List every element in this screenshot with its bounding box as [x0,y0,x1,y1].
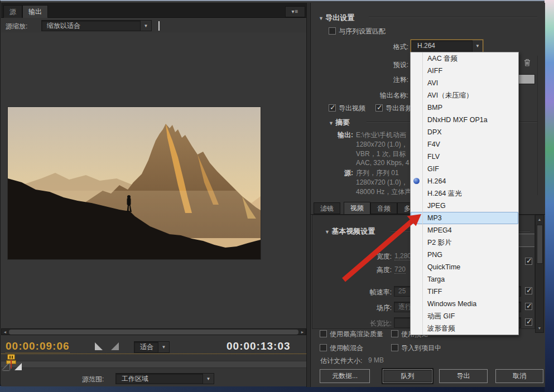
tab-audio[interactable]: 音频 [370,202,397,214]
format-option[interactable]: BMP [411,101,518,114]
max-render-quality-checkbox[interactable] [320,330,327,337]
tab-filters[interactable]: 滤镜 [314,202,340,214]
format-option-label: DNxHD MXF OP1a [427,114,488,126]
width-height-checkbox[interactable] [525,258,532,265]
format-option[interactable]: FLV [411,151,518,163]
framerate-checkbox[interactable] [525,287,532,294]
option-gutter [411,114,423,126]
source-range-dropdown[interactable]: 工作区域 ▼ [115,373,214,384]
export-button[interactable]: 导出 [439,369,488,383]
format-option[interactable]: JPEG [411,200,518,212]
tab-video[interactable]: 视频 [344,202,370,215]
height-value[interactable]: 720 [394,265,406,274]
format-dropdown[interactable]: H.264 ▼ [411,40,483,52]
scrollbar-thumb[interactable] [537,225,543,264]
chevron-down-icon: ▼ [158,342,169,352]
source-scaling-dropdown[interactable]: 缩放以适合 ▼ [41,20,152,31]
queue-button[interactable]: 队列 [383,369,432,383]
format-option[interactable]: PNG [411,249,518,261]
import-into-project-checkbox[interactable] [391,344,398,351]
format-option[interactable]: AVI [411,77,518,89]
field-order-checkbox[interactable] [525,303,532,310]
match-sequence-checkbox[interactable] [329,27,336,35]
range-out-handle-icon[interactable] [15,363,22,370]
format-option[interactable]: F4V [411,138,518,151]
work-area-bar[interactable] [1,354,306,354]
video-preview-frame [8,107,261,259]
option-gutter [411,138,423,151]
summary-source-line: 48000 Hz，立体声 [356,187,411,197]
metadata-button[interactable]: 元数据... [320,369,370,383]
option-gutter [411,212,423,224]
option-gutter [411,126,423,138]
format-option-label: PNG [427,249,442,261]
width-label: 宽度: [347,252,392,262]
format-option[interactable]: Windows Media [411,298,518,310]
disclosure-triangle-icon[interactable]: ▼ [319,16,324,21]
format-option-label: H.264 [427,175,446,187]
export-audio-checkbox[interactable] [375,104,383,112]
export-settings-header[interactable]: ▼ 导出设置 [319,13,354,23]
cancel-button[interactable]: 取消 [495,369,543,383]
vertical-scrollbar[interactable]: ▲ ▼ [535,215,544,333]
timeline-track[interactable] [1,361,306,368]
panel-divider[interactable] [306,3,311,387]
scrollbar-thumb[interactable] [9,330,298,335]
format-option[interactable]: 动画 GIF [411,310,518,322]
text-cursor [158,21,160,31]
format-option-label: AIFF [427,65,442,77]
format-option[interactable]: AIFF [411,65,518,77]
option-gutter [411,200,423,212]
out-point-marker-icon[interactable] [111,342,119,350]
format-option[interactable]: GIF [411,163,518,175]
current-timecode[interactable]: 00:00:09:06 [6,340,70,353]
format-option[interactable]: TIFF [411,285,518,298]
use-previews-checkbox[interactable] [391,330,398,337]
frame-blending-checkbox[interactable] [320,344,327,351]
format-option-label: JPEG [427,200,446,212]
scroll-down-icon[interactable]: ▼ [536,325,543,332]
option-gutter [411,163,423,175]
format-option[interactable]: H.264 蓝光 [411,187,518,200]
export-video-checkbox[interactable] [329,104,336,112]
estimated-file-size-value: 9 MB [368,356,384,364]
match-sequence-label: 与序列设置匹配 [339,27,386,36]
horizontal-scrollbar[interactable]: ◄ ► [1,328,306,335]
format-option[interactable]: AVI（未压缩） [411,89,518,101]
scroll-right-icon[interactable]: ► [299,329,306,335]
format-option[interactable]: P2 影片 [411,236,518,249]
option-gutter [411,249,423,261]
zoom-level-dropdown[interactable]: 适合 ▼ [134,341,170,353]
format-option-label: AVI（未压缩） [427,89,473,101]
range-in-handle-icon[interactable] [2,363,9,370]
field-order-label: 场序: [347,303,392,313]
format-option[interactable]: MPEG4 [411,224,518,236]
panel-menu-icon[interactable]: ▾≡ [285,6,305,17]
tab-source[interactable]: 源 [3,5,22,18]
format-option[interactable]: DNxHD MXF OP1a [411,114,518,126]
tab-output[interactable]: 输出 [22,5,48,18]
format-option[interactable]: H.264 [411,175,518,187]
format-option[interactable]: MP3 [411,212,518,224]
option-gutter [411,298,423,310]
width-value[interactable]: 1,280 [394,252,411,260]
in-point-marker-icon[interactable] [95,342,103,350]
basic-video-settings-header[interactable]: ▼ 基本视频设置 [325,226,375,236]
disclosure-triangle-icon[interactable]: ▼ [329,120,334,126]
aspect-checkbox[interactable] [525,318,532,326]
summary-output-label: 输出: [311,130,353,140]
scroll-up-icon[interactable]: ▲ [536,216,543,223]
option-gutter [411,285,423,298]
scroll-left-icon[interactable]: ◄ [2,329,8,335]
summary-source-line: 序列，序列 01 [356,168,399,178]
format-option[interactable]: 波形音频 [411,322,518,335]
trash-icon[interactable] [523,58,532,67]
format-option[interactable]: AAC 音频 [411,52,518,65]
format-option-label: 动画 GIF [427,310,455,322]
format-option[interactable]: DPX [411,126,518,138]
format-option[interactable]: Targa [411,273,518,285]
disclosure-triangle-icon[interactable]: ▼ [325,229,330,235]
format-value: H.264 [417,42,435,50]
summary-header[interactable]: ▼ 摘要 [329,118,350,128]
format-option[interactable]: QuickTime [411,261,518,273]
